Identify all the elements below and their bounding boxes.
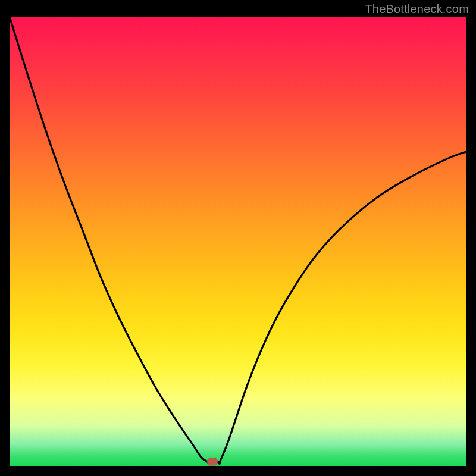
minimum-marker bbox=[207, 458, 218, 466]
watermark-text: TheBottleneck.com bbox=[365, 2, 469, 16]
curve-path bbox=[10, 17, 466, 464]
chart-frame bbox=[10, 17, 466, 466]
bottleneck-curve bbox=[10, 17, 466, 466]
